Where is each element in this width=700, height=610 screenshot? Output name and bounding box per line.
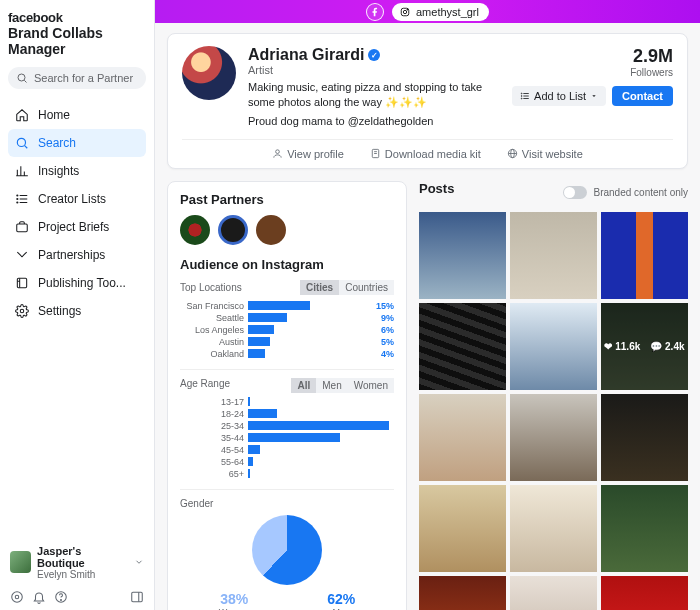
facebook-platform-icon[interactable] [366,3,384,21]
contact-button[interactable]: Contact [612,86,673,106]
instagram-handle: amethyst_grl [416,6,479,18]
creator-bio-1: Making music, eating pizza and stopping … [248,80,500,110]
partner-logo[interactable] [180,215,210,245]
top-locations-header: Top Locations [180,282,242,293]
post-thumbnail[interactable] [419,394,506,481]
svg-line-1 [24,80,26,82]
settings-gear-icon[interactable] [10,590,24,604]
partner-logo[interactable] [218,215,248,245]
posts-title: Posts [419,181,454,196]
nav-insights[interactable]: Insights [8,157,146,185]
list-icon [14,191,30,207]
svg-point-20 [403,10,406,13]
collapse-sidebar-icon[interactable] [130,590,144,604]
post-hover-stats: ❤ 11.6k 💬 2.4k [601,303,688,390]
creator-role: Artist [248,64,500,76]
instagram-handle-pill[interactable]: amethyst_grl [392,3,489,21]
post-thumbnail[interactable] [419,485,506,572]
account-switcher[interactable]: Jasper's Boutique Evelyn Smith [8,541,146,584]
svg-point-16 [61,599,62,600]
publish-icon [14,275,30,291]
post-thumbnail[interactable] [601,485,688,572]
age-range-chart: 13-1718-2425-3435-4445-5455-6465+ [180,397,394,479]
platform-topbar: amethyst_grl [155,0,700,23]
tab-age-men[interactable]: Men [316,378,347,393]
tab-countries[interactable]: Countries [339,280,394,295]
nav-home[interactable]: Home [8,101,146,129]
nav-partnerships[interactable]: Partnerships [8,241,146,269]
post-thumbnail[interactable] [510,576,597,610]
help-icon[interactable] [54,590,68,604]
branded-content-toggle[interactable] [563,186,587,199]
svg-point-2 [17,138,25,146]
nav-search[interactable]: Search [8,129,146,157]
visit-website-link[interactable]: Visit website [507,148,583,160]
post-thumbnail[interactable] [419,576,506,610]
main: amethyst_grl Adriana Girardi ✓ Artist Ma… [155,0,700,610]
age-range-header: Age Range [180,378,230,393]
comment-icon: 💬 2.4k [650,341,684,352]
post-thumbnail[interactable] [510,394,597,481]
facebook-wordmark: facebook [8,10,146,25]
chevron-down-icon [134,557,144,567]
instagram-icon [398,5,412,19]
age-scope-tabs: All Men Women [291,378,394,393]
svg-point-13 [15,595,19,599]
svg-point-25 [521,93,522,94]
gear-icon [14,303,30,319]
post-thumbnail[interactable] [601,576,688,610]
insights-icon [14,163,30,179]
gender-pie-chart [252,515,322,585]
partner-search[interactable]: Search for a Partner [8,67,146,89]
svg-point-26 [521,96,522,97]
women-pct: 38% [219,591,250,607]
creator-avatar [182,46,236,100]
view-profile-link[interactable]: View profile [272,148,344,160]
men-pct: 62% [327,591,355,607]
post-thumbnail[interactable]: ❤ 11.6k 💬 2.4k [601,303,688,390]
creator-name: Adriana Girardi [248,46,364,64]
svg-point-12 [20,309,24,313]
post-thumbnail[interactable] [510,485,597,572]
nav-label: Project Briefs [38,220,109,234]
partner-logo[interactable] [256,215,286,245]
nav-creator-lists[interactable]: Creator Lists [8,185,146,213]
post-thumbnail[interactable] [601,394,688,481]
verified-badge-icon: ✓ [368,49,380,61]
add-to-list-button[interactable]: Add to List [512,86,606,106]
tab-age-women[interactable]: Women [348,378,394,393]
post-thumbnail[interactable] [419,303,506,390]
nav-project-briefs[interactable]: Project Briefs [8,213,146,241]
nav-label: Settings [38,304,81,318]
svg-point-28 [276,150,280,154]
post-thumbnail[interactable] [510,303,597,390]
followers-label: Followers [512,67,673,78]
svg-rect-10 [17,224,28,232]
nav-label: Insights [38,164,79,178]
search-placeholder: Search for a Partner [34,72,133,84]
post-thumbnail[interactable] [601,212,688,299]
svg-point-21 [407,9,408,10]
posts-grid: ❤ 11.6k 💬 2.4k [419,212,688,610]
svg-point-9 [17,202,18,203]
main-nav: Home Search Insights Creator Lists Proje… [8,101,146,325]
tab-cities[interactable]: Cities [300,280,339,295]
post-thumbnail[interactable] [510,212,597,299]
audience-panel: Past Partners Audience on Instagram Top … [167,181,407,610]
nav-publishing-tools[interactable]: Publishing Too... [8,269,146,297]
nav-label: Partnerships [38,248,105,262]
svg-point-27 [521,98,522,99]
notifications-bell-icon[interactable] [32,590,46,604]
download-media-kit-link[interactable]: Download media kit [370,148,481,160]
past-partners-title: Past Partners [180,192,394,207]
nav-label: Publishing Too... [38,276,126,290]
gender-header: Gender [180,498,213,509]
audience-title: Audience on Instagram [180,257,394,272]
briefcase-icon [14,219,30,235]
post-thumbnail[interactable] [419,212,506,299]
nav-settings[interactable]: Settings [8,297,146,325]
branded-content-label: Branded content only [593,187,688,198]
top-locations-chart: San Francisco15%Seattle9%Los Angeles6%Au… [180,301,394,359]
creator-header-card: Adriana Girardi ✓ Artist Making music, e… [167,33,688,169]
tab-age-all[interactable]: All [291,378,316,393]
